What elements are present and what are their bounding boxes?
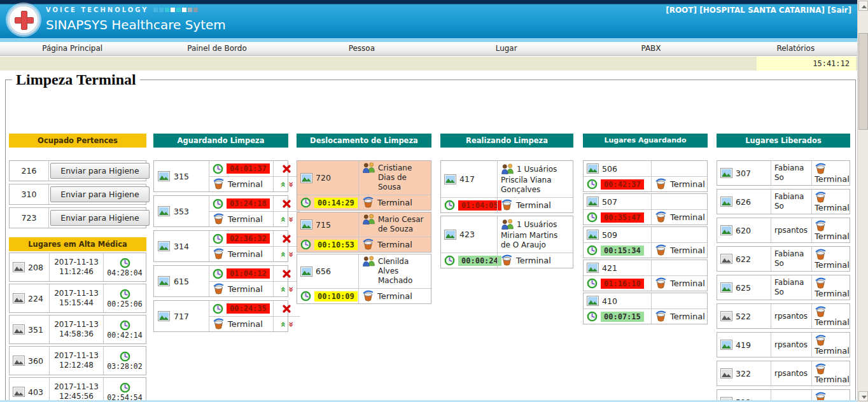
room-picture-icon [158,206,170,216]
menu-item-relatorios[interactable]: Relatórios [724,42,868,55]
discharge-date: 2017-11-13 [54,289,99,298]
room-number: 423 [459,230,475,239]
cancel-cell[interactable] [273,231,300,246]
column-deslocamento-limpeza: Deslocamento de Limpeza 720 Cristiane Di… [297,134,431,305]
displacement-timer: 00:14:29 [314,198,358,208]
cleaning-type-label: Terminal [377,291,412,301]
priority-down-icon[interactable]: » [287,321,295,327]
released-by-user: Fabiana So [771,275,811,300]
priority-down-icon[interactable]: » [287,251,295,257]
cancel-cell[interactable] [273,266,300,281]
room-picture-icon [158,311,170,321]
clock-icon [587,311,598,322]
users-icon [362,214,375,225]
board-header-supervisao: Lugares Aguardando Supervisão [583,134,708,148]
displacement-timer: 00:10:53 [314,240,358,250]
room-picture-icon [587,263,599,273]
users-icon [501,219,514,230]
released-by-user: Fabiana So [771,247,811,271]
room-picture-icon [444,230,456,240]
send-to-hygiene-button[interactable]: Enviar para Higiene [50,210,150,226]
cleaning-bucket-icon [362,290,374,302]
priority-down-icon[interactable]: » [287,216,295,222]
cleaning-bucket-icon [655,277,667,289]
cancel-cell[interactable] [273,161,300,176]
discharge-room-row: 403 2017-11-13 12:45:56 02:54:54 [9,377,146,402]
cancel-x-icon[interactable] [283,200,291,208]
room-number: 507 [602,197,617,207]
priority-down-icon[interactable]: » [287,181,295,187]
room-number: 410 [602,296,617,306]
cleaning-type-label: Terminal [516,256,551,265]
discharge-date: 2017-11-13 [54,351,99,361]
clock-icon [120,289,130,300]
scrollbar-thumb[interactable] [858,33,868,130]
occupied-room-row: 216 Enviar para Higiene [9,160,146,181]
cancel-x-icon[interactable] [283,165,291,173]
room-picture-icon [587,296,599,306]
room-picture-icon [158,276,170,286]
menu-item-painel-de-bordo[interactable]: Painel de Bordo [144,42,289,55]
priority-up-icon[interactable]: » [278,251,286,257]
cleaning-type-label: Terminal [516,200,551,210]
cleaning-type-label: Terminal [815,204,850,212]
board-header-ocupado-pertences: Ocupado Pertences [9,134,146,148]
in-progress-card: 417 1 Usuários Priscila Viana Gonçalves … [440,160,573,213]
clock-icon [213,268,223,279]
room-picture-icon [158,241,170,251]
room-number: 417 [459,174,475,184]
cleaning-type-label: Terminal [670,179,705,189]
cleaning-type-label: Terminal [815,261,850,270]
released-room-row: 620 rpsantos Terminal [717,218,850,243]
scrollbar-up-icon[interactable] [858,1,868,11]
menu-item-pagina-principal[interactable]: Página Principal [0,42,144,55]
room-number: 626 [736,197,751,207]
clock-icon [587,245,598,256]
discharge-room-row: 208 2017-11-13 11:12:46 04:28:04 [9,253,146,282]
cancel-x-icon[interactable] [283,270,291,278]
menu-item-lugar[interactable]: Lugar [434,42,578,55]
room-number: 315 [174,172,189,181]
brand-block: VOICE TECHNOLOGY SINAPSYS Healthcare Syt… [46,6,226,32]
discharge-room-row: 351 2017-11-13 14:58:36 00:42:14 [9,315,146,344]
cancel-x-icon[interactable] [283,305,291,313]
priority-up-icon[interactable]: » [278,181,286,187]
room-number: 307 [736,169,751,178]
elapsed-duration: 00:42:14 [107,331,142,340]
priority-up-icon[interactable]: » [278,321,286,327]
occupied-room-row: 723 Enviar para Higiene [9,207,146,228]
priority-down-icon[interactable]: » [287,286,295,292]
priority-up-icon[interactable]: » [278,286,286,292]
vertical-scrollbar[interactable] [857,0,868,402]
red-cross-icon [15,11,32,29]
board-header-deslocamento: Deslocamento de Limpeza [297,134,431,148]
send-to-hygiene-button[interactable]: Enviar para Higiene [50,186,150,202]
discharge-time: 12:12:48 [59,361,94,370]
cancel-cell[interactable] [273,301,300,316]
clock-icon [120,258,130,268]
page-title: Limpeza Terminal [12,71,140,88]
cleaning-type-label: Terminal [228,179,263,189]
supervision-timer: 00:15:34 [601,246,644,256]
waiting-cleaning-card: 315 04:01:37 Terminal [153,160,288,192]
room-number: 353 [174,207,189,216]
send-to-hygiene-button[interactable]: Enviar para Higiene [50,163,150,179]
session-links[interactable]: [ROOT] [HOSPITAL SANTA CATARINA] [Sair] [666,6,851,15]
cleaner-name: Miriam Martins de O Araujo [501,230,570,251]
menu-item-pessoa[interactable]: Pessoa [290,42,434,55]
discharge-date: 2017-11-13 [54,258,99,267]
released-room-row: 419 rpsantos Terminal [717,332,850,357]
cancel-x-icon[interactable] [283,235,291,243]
menu-item-pabx[interactable]: PABX [578,42,723,55]
room-picture-icon [587,197,599,207]
limpeza-terminal-page: VOICE TECHNOLOGY SINAPSYS Healthcare Syt… [0,0,868,402]
aguardando-rows: 315 04:01:37 Terminal [153,160,288,335]
discharge-time: 11:12:46 [59,267,94,277]
released-by-user: rpsantos [771,333,811,357]
priority-up-icon[interactable]: » [278,216,286,222]
scrollbar-down-icon[interactable] [858,391,868,401]
room-number: 522 [736,312,751,321]
cancel-cell[interactable] [273,196,300,211]
room-picture-icon [720,225,732,235]
brand-squares-icon [153,8,198,12]
